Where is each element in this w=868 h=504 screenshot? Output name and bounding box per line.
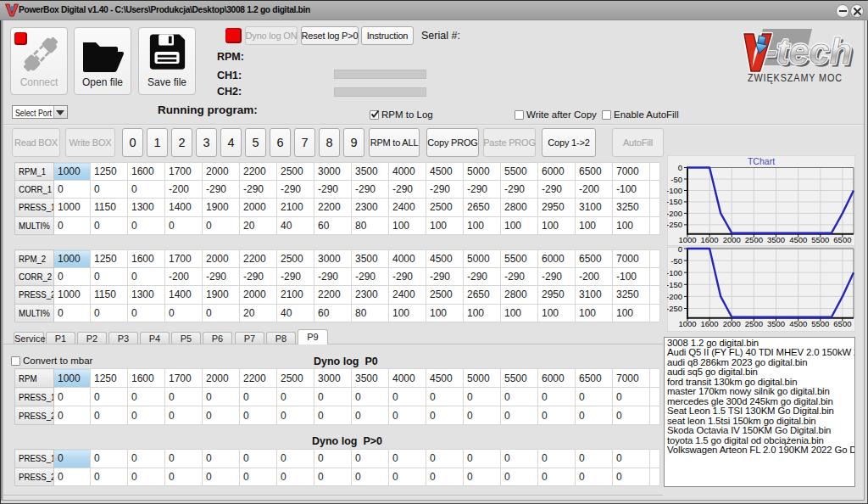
svg-text:5500: 5500 [811, 235, 829, 244]
svg-text:-250: -250 [667, 304, 682, 313]
svg-text:-tech: -tech [765, 31, 852, 71]
svg-text:0: 0 [678, 247, 682, 254]
svg-text:2500: 2500 [745, 235, 763, 244]
svg-text:4500: 4500 [789, 235, 807, 244]
svg-text:3500: 3500 [767, 235, 785, 244]
svg-text:2000: 2000 [723, 319, 741, 328]
svg-text:-200: -200 [667, 209, 682, 218]
svg-text:4500: 4500 [789, 319, 807, 328]
svg-text:-200: -200 [667, 292, 682, 301]
svg-text:-150: -150 [667, 280, 682, 289]
svg-text:3500: 3500 [767, 319, 785, 328]
svg-text:6500: 6500 [833, 319, 851, 328]
svg-text:-250: -250 [667, 220, 682, 229]
svg-text:0: 0 [678, 163, 682, 172]
svg-text:2000: 2000 [723, 235, 741, 244]
svg-text:-50: -50 [670, 256, 682, 266]
svg-text:1600: 1600 [701, 235, 719, 244]
svg-text:2500: 2500 [745, 319, 763, 328]
svg-text:1000: 1000 [678, 235, 696, 244]
svg-text:TChart: TChart [748, 156, 775, 166]
svg-text:ZWIĘKSZAMY MOC: ZWIĘKSZAMY MOC [748, 72, 843, 84]
svg-text:5500: 5500 [811, 319, 829, 328]
svg-text:-50: -50 [670, 175, 682, 184]
svg-text:6500: 6500 [833, 235, 851, 244]
svg-text:1600: 1600 [701, 319, 719, 328]
svg-text:-150: -150 [667, 197, 682, 206]
svg-text:-100: -100 [667, 268, 682, 277]
svg-text:1000: 1000 [678, 319, 696, 328]
svg-text:-100: -100 [667, 186, 682, 195]
